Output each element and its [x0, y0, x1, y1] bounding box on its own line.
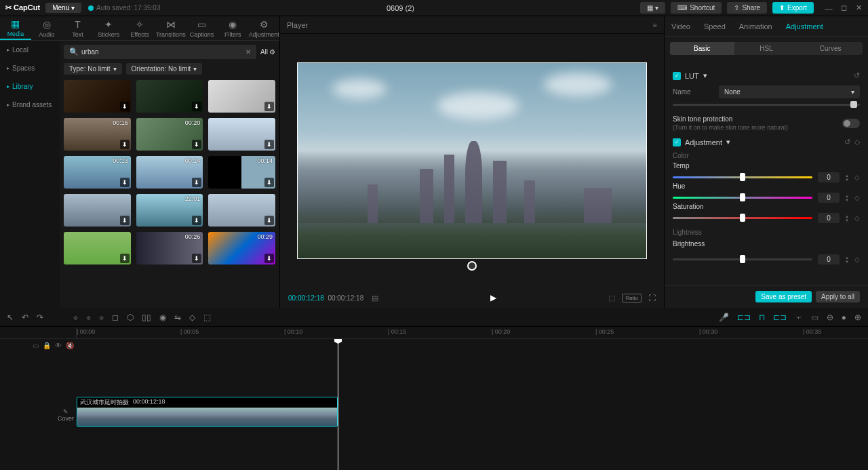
- crop2-icon[interactable]: ⬚: [203, 313, 211, 322]
- media-thumb[interactable]: ⬇: [64, 194, 131, 227]
- filter-type[interactable]: Type: No limit ▾: [64, 63, 122, 75]
- media-thumb[interactable]: ⬇: [208, 118, 275, 151]
- magnet-left-icon[interactable]: ⊏⊐: [737, 313, 751, 322]
- media-thumb[interactable]: ⬇: [208, 194, 275, 227]
- top-tab-filters[interactable]: ◉Filters: [217, 16, 248, 40]
- download-icon[interactable]: ⬇: [120, 102, 130, 111]
- media-thumb[interactable]: 00:16⬇: [64, 118, 131, 151]
- track-eye-icon[interactable]: 👁: [55, 342, 62, 349]
- hue-slider[interactable]: [673, 197, 812, 199]
- temp-slider[interactable]: [673, 176, 812, 178]
- media-thumb[interactable]: ⬇: [64, 80, 131, 113]
- export-button[interactable]: ⬆ Export: [772, 2, 814, 14]
- download-icon[interactable]: ⬇: [192, 140, 201, 149]
- playhead-icon[interactable]: [334, 339, 342, 344]
- track-collapse-icon[interactable]: ▭: [33, 342, 39, 349]
- preview-canvas[interactable]: [297, 62, 647, 259]
- temp-stepper[interactable]: ▲▼: [845, 174, 849, 182]
- split-right-icon[interactable]: ⟐: [99, 313, 104, 322]
- search-clear-icon[interactable]: ✕: [245, 48, 251, 56]
- top-tab-adjustment[interactable]: ⚙Adjustment: [248, 16, 279, 40]
- nav-spaces[interactable]: ▸Spaces: [0, 59, 60, 77]
- ratio-button[interactable]: Ratio: [622, 294, 642, 302]
- adjustment-checkbox[interactable]: ✓: [673, 138, 681, 146]
- magnet-right-icon[interactable]: ⊏⊐: [773, 313, 787, 322]
- track-mute-icon[interactable]: 🔇: [66, 342, 74, 349]
- maximize-icon[interactable]: ◻: [840, 4, 848, 12]
- brightness-value[interactable]: 0: [818, 254, 840, 265]
- media-thumb[interactable]: ⬇: [136, 80, 203, 113]
- download-icon[interactable]: ⬇: [120, 254, 130, 263]
- right-tab-adjustment[interactable]: Adjustment: [779, 16, 830, 36]
- download-icon[interactable]: ⬇: [120, 216, 130, 225]
- nav-library[interactable]: ▸Library: [0, 77, 60, 96]
- lut-select[interactable]: None▾: [719, 85, 860, 98]
- cover-button[interactable]: ✎ Cover: [58, 408, 74, 422]
- sub-tab-curves[interactable]: Curves: [798, 42, 863, 55]
- hue-keyframe-icon[interactable]: ◇: [854, 194, 860, 201]
- sub-tab-hsl[interactable]: HSL: [734, 42, 799, 55]
- top-tab-captions[interactable]: ▭Captions: [186, 16, 218, 40]
- saturation-slider[interactable]: [673, 217, 812, 219]
- record-icon[interactable]: ◉: [159, 313, 166, 322]
- share-button[interactable]: ⇧ Share: [727, 2, 767, 14]
- preview-icon[interactable]: ▭: [811, 313, 818, 322]
- zoom-in-icon[interactable]: ⊕: [854, 313, 861, 322]
- download-icon[interactable]: ⬇: [120, 140, 130, 149]
- undo-icon[interactable]: ↶: [22, 313, 28, 322]
- media-thumb[interactable]: 00:20⬇: [136, 118, 203, 151]
- lut-reset-icon[interactable]: ↺: [854, 71, 860, 80]
- download-icon[interactable]: ⬇: [264, 254, 274, 263]
- tone-toggle[interactable]: [842, 119, 860, 128]
- top-tab-transitions[interactable]: ⋈Transitions: [155, 16, 186, 40]
- video-clip[interactable]: 武汉城市延时拍摄 00:00:12:18: [77, 397, 338, 427]
- download-icon[interactable]: ⬇: [264, 140, 274, 149]
- shortcut-button[interactable]: ⌨ Shortcut: [671, 2, 722, 14]
- nav-local[interactable]: ▸Local: [0, 41, 60, 59]
- download-icon[interactable]: ⬇: [192, 178, 201, 187]
- minimize-icon[interactable]: —: [825, 4, 833, 12]
- apply-all-button[interactable]: Apply to all: [816, 291, 860, 302]
- zoom-out-icon[interactable]: ⊖: [827, 313, 833, 322]
- menu-button[interactable]: Menu ▾: [45, 3, 81, 13]
- fullscreen-icon[interactable]: ⛶: [648, 294, 656, 302]
- download-icon[interactable]: ⬇: [192, 254, 201, 263]
- lut-intensity-slider[interactable]: [673, 104, 860, 106]
- hue-stepper[interactable]: ▲▼: [845, 194, 849, 202]
- zoom-slider[interactable]: ●: [842, 313, 846, 322]
- download-icon[interactable]: ⬇: [264, 178, 274, 187]
- search-input[interactable]: [81, 48, 243, 56]
- filter-orientation[interactable]: Orientation: No limit ▾: [126, 63, 203, 75]
- split-icon[interactable]: ⟐: [73, 313, 78, 322]
- saturation-stepper[interactable]: ▲▼: [845, 214, 849, 222]
- adj-keyframe-icon[interactable]: ◇: [854, 138, 860, 146]
- player-menu-icon[interactable]: ≡: [653, 21, 657, 29]
- top-tab-audio[interactable]: ◎Audio: [31, 16, 62, 40]
- rotate-icon[interactable]: ◇: [189, 313, 195, 322]
- frame-icon[interactable]: ▤: [372, 294, 378, 302]
- media-thumb[interactable]: ⬇: [64, 232, 131, 265]
- mic-icon[interactable]: 🎤: [719, 313, 729, 322]
- mirror-icon[interactable]: ▯▯: [142, 313, 151, 322]
- brightness-slider[interactable]: [673, 258, 812, 260]
- media-thumb[interactable]: 00:13⬇: [64, 156, 131, 189]
- lut-checkbox[interactable]: ✓: [673, 72, 681, 80]
- top-tab-media[interactable]: ▦Media: [0, 16, 31, 40]
- redo-icon[interactable]: ↷: [37, 313, 43, 322]
- align-icon[interactable]: ⫟: [795, 313, 803, 322]
- media-thumb[interactable]: 00:26⬇: [136, 232, 203, 265]
- rotate-handle-icon[interactable]: [467, 261, 477, 271]
- top-tab-effects[interactable]: ✧Effects: [124, 16, 155, 40]
- download-icon[interactable]: ⬇: [120, 178, 130, 187]
- media-thumb[interactable]: 00:14⬇: [208, 156, 275, 189]
- download-icon[interactable]: ⬇: [264, 102, 274, 111]
- temp-keyframe-icon[interactable]: ◇: [854, 174, 860, 181]
- right-tab-video[interactable]: Video: [665, 16, 697, 36]
- media-thumb[interactable]: 00:14⬇: [136, 156, 203, 189]
- top-tab-stickers[interactable]: ✦Stickers: [93, 16, 124, 40]
- saturation-keyframe-icon[interactable]: ◇: [854, 214, 860, 222]
- sub-tab-basic[interactable]: Basic: [670, 42, 734, 55]
- media-thumb[interactable]: 22:01⬇: [136, 194, 203, 227]
- flip-icon[interactable]: ⇋: [174, 313, 181, 322]
- download-icon[interactable]: ⬇: [264, 216, 274, 225]
